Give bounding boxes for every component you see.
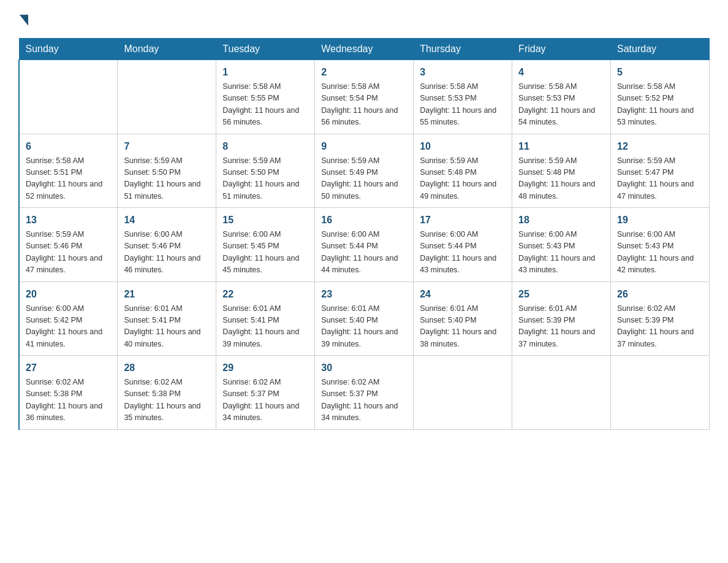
day-info: Sunrise: 5:58 AMSunset: 5:54 PMDaylight:… (321, 81, 407, 129)
calendar-table: SundayMondayTuesdayWednesdayThursdayFrid… (18, 38, 710, 430)
calendar-cell (19, 60, 118, 134)
calendar-cell: 19Sunrise: 6:00 AMSunset: 5:43 PMDayligh… (611, 208, 710, 282)
calendar-cell: 4Sunrise: 5:58 AMSunset: 5:53 PMDaylight… (512, 60, 611, 134)
calendar-cell: 14Sunrise: 6:00 AMSunset: 5:46 PMDayligh… (118, 208, 216, 282)
calendar-cell: 6Sunrise: 5:58 AMSunset: 5:51 PMDaylight… (19, 134, 118, 208)
calendar-cell: 18Sunrise: 6:00 AMSunset: 5:43 PMDayligh… (512, 208, 611, 282)
calendar-week-4: 20Sunrise: 6:00 AMSunset: 5:42 PMDayligh… (19, 282, 710, 356)
weekday-header-saturday: Saturday (611, 39, 710, 60)
day-number: 2 (321, 65, 407, 80)
day-number: 13 (26, 213, 111, 228)
calendar-cell: 25Sunrise: 6:01 AMSunset: 5:39 PMDayligh… (512, 282, 611, 356)
weekday-header-wednesday: Wednesday (315, 39, 414, 60)
day-number: 9 (321, 139, 407, 154)
day-info: Sunrise: 5:58 AMSunset: 5:53 PMDaylight:… (420, 81, 506, 129)
day-info: Sunrise: 5:59 AMSunset: 5:47 PMDaylight:… (617, 155, 703, 203)
weekday-header-friday: Friday (512, 39, 611, 60)
calendar-week-3: 13Sunrise: 5:59 AMSunset: 5:46 PMDayligh… (19, 208, 710, 282)
day-number: 11 (518, 139, 604, 154)
day-info: Sunrise: 5:59 AMSunset: 5:49 PMDaylight:… (321, 155, 407, 203)
day-number: 30 (321, 361, 407, 375)
day-info: Sunrise: 6:00 AMSunset: 5:46 PMDaylight:… (124, 229, 210, 277)
day-number: 5 (617, 65, 703, 80)
day-info: Sunrise: 5:59 AMSunset: 5:48 PMDaylight:… (420, 155, 506, 203)
day-info: Sunrise: 6:02 AMSunset: 5:38 PMDaylight:… (26, 377, 111, 424)
day-info: Sunrise: 6:01 AMSunset: 5:41 PMDaylight:… (124, 303, 210, 351)
calendar-cell: 17Sunrise: 6:00 AMSunset: 5:44 PMDayligh… (414, 208, 512, 282)
calendar-cell: 5Sunrise: 5:58 AMSunset: 5:52 PMDaylight… (611, 60, 710, 134)
calendar-cell: 7Sunrise: 5:59 AMSunset: 5:50 PMDaylight… (118, 134, 216, 208)
calendar-week-5: 27Sunrise: 6:02 AMSunset: 5:38 PMDayligh… (19, 356, 710, 430)
day-number: 14 (124, 213, 210, 228)
calendar-cell (512, 356, 611, 430)
day-info: Sunrise: 5:59 AMSunset: 5:50 PMDaylight:… (222, 155, 308, 203)
day-info: Sunrise: 6:01 AMSunset: 5:39 PMDaylight:… (518, 303, 604, 351)
day-number: 6 (26, 139, 111, 154)
day-number: 25 (518, 287, 604, 302)
day-info: Sunrise: 6:00 AMSunset: 5:45 PMDaylight:… (222, 229, 308, 277)
day-info: Sunrise: 6:01 AMSunset: 5:40 PMDaylight:… (321, 303, 407, 351)
day-number: 27 (26, 361, 111, 375)
day-number: 3 (420, 65, 506, 80)
page-header (18, 12, 710, 26)
calendar-cell: 11Sunrise: 5:59 AMSunset: 5:48 PMDayligh… (512, 134, 611, 208)
day-number: 18 (518, 213, 604, 228)
calendar-cell: 21Sunrise: 6:01 AMSunset: 5:41 PMDayligh… (118, 282, 216, 356)
day-number: 7 (124, 139, 210, 154)
day-info: Sunrise: 5:59 AMSunset: 5:48 PMDaylight:… (518, 155, 604, 203)
weekday-header-monday: Monday (118, 39, 216, 60)
calendar-cell (118, 60, 216, 134)
day-number: 29 (222, 361, 308, 375)
calendar-week-2: 6Sunrise: 5:58 AMSunset: 5:51 PMDaylight… (19, 134, 710, 208)
day-info: Sunrise: 6:00 AMSunset: 5:43 PMDaylight:… (617, 229, 703, 277)
day-number: 16 (321, 213, 407, 228)
calendar-cell: 1Sunrise: 5:58 AMSunset: 5:55 PMDaylight… (216, 60, 315, 134)
logo (18, 12, 28, 26)
day-number: 15 (222, 213, 308, 228)
day-info: Sunrise: 6:02 AMSunset: 5:37 PMDaylight:… (321, 377, 407, 424)
calendar-cell: 3Sunrise: 5:58 AMSunset: 5:53 PMDaylight… (414, 60, 512, 134)
day-info: Sunrise: 5:58 AMSunset: 5:55 PMDaylight:… (222, 81, 308, 129)
day-number: 21 (124, 287, 210, 302)
day-info: Sunrise: 6:02 AMSunset: 5:38 PMDaylight:… (124, 377, 210, 424)
day-info: Sunrise: 6:02 AMSunset: 5:37 PMDaylight:… (222, 377, 308, 424)
logo-arrow-icon (20, 15, 28, 26)
weekday-header-tuesday: Tuesday (216, 39, 315, 60)
calendar-cell: 2Sunrise: 5:58 AMSunset: 5:54 PMDaylight… (315, 60, 414, 134)
day-number: 10 (420, 139, 506, 154)
day-number: 8 (222, 139, 308, 154)
day-number: 20 (26, 287, 111, 302)
weekday-header-sunday: Sunday (19, 39, 118, 60)
day-info: Sunrise: 5:59 AMSunset: 5:50 PMDaylight:… (124, 155, 210, 203)
day-number: 17 (420, 213, 506, 228)
day-info: Sunrise: 5:58 AMSunset: 5:52 PMDaylight:… (617, 81, 703, 129)
calendar-cell: 30Sunrise: 6:02 AMSunset: 5:37 PMDayligh… (315, 356, 414, 430)
day-info: Sunrise: 6:00 AMSunset: 5:44 PMDaylight:… (420, 229, 506, 277)
calendar-header-row: SundayMondayTuesdayWednesdayThursdayFrid… (19, 39, 710, 60)
day-info: Sunrise: 6:00 AMSunset: 5:43 PMDaylight:… (518, 229, 604, 277)
day-info: Sunrise: 5:59 AMSunset: 5:46 PMDaylight:… (26, 229, 111, 277)
calendar-cell: 10Sunrise: 5:59 AMSunset: 5:48 PMDayligh… (414, 134, 512, 208)
day-info: Sunrise: 5:58 AMSunset: 5:53 PMDaylight:… (518, 81, 604, 129)
weekday-header-thursday: Thursday (414, 39, 512, 60)
calendar-cell: 28Sunrise: 6:02 AMSunset: 5:38 PMDayligh… (118, 356, 216, 430)
day-number: 22 (222, 287, 308, 302)
day-info: Sunrise: 6:02 AMSunset: 5:39 PMDaylight:… (617, 303, 703, 351)
day-info: Sunrise: 6:01 AMSunset: 5:40 PMDaylight:… (420, 303, 506, 351)
day-number: 1 (222, 65, 308, 80)
calendar-cell: 26Sunrise: 6:02 AMSunset: 5:39 PMDayligh… (611, 282, 710, 356)
day-number: 28 (124, 361, 210, 375)
day-info: Sunrise: 6:00 AMSunset: 5:44 PMDaylight:… (321, 229, 407, 277)
calendar-cell: 8Sunrise: 5:59 AMSunset: 5:50 PMDaylight… (216, 134, 315, 208)
calendar-cell (611, 356, 710, 430)
calendar-cell: 22Sunrise: 6:01 AMSunset: 5:41 PMDayligh… (216, 282, 315, 356)
day-number: 26 (617, 287, 703, 302)
day-number: 24 (420, 287, 506, 302)
day-number: 23 (321, 287, 407, 302)
calendar-cell: 20Sunrise: 6:00 AMSunset: 5:42 PMDayligh… (19, 282, 118, 356)
calendar-cell: 13Sunrise: 5:59 AMSunset: 5:46 PMDayligh… (19, 208, 118, 282)
day-info: Sunrise: 6:01 AMSunset: 5:41 PMDaylight:… (222, 303, 308, 351)
day-info: Sunrise: 6:00 AMSunset: 5:42 PMDaylight:… (26, 303, 111, 351)
calendar-cell: 12Sunrise: 5:59 AMSunset: 5:47 PMDayligh… (611, 134, 710, 208)
calendar-cell: 27Sunrise: 6:02 AMSunset: 5:38 PMDayligh… (19, 356, 118, 430)
